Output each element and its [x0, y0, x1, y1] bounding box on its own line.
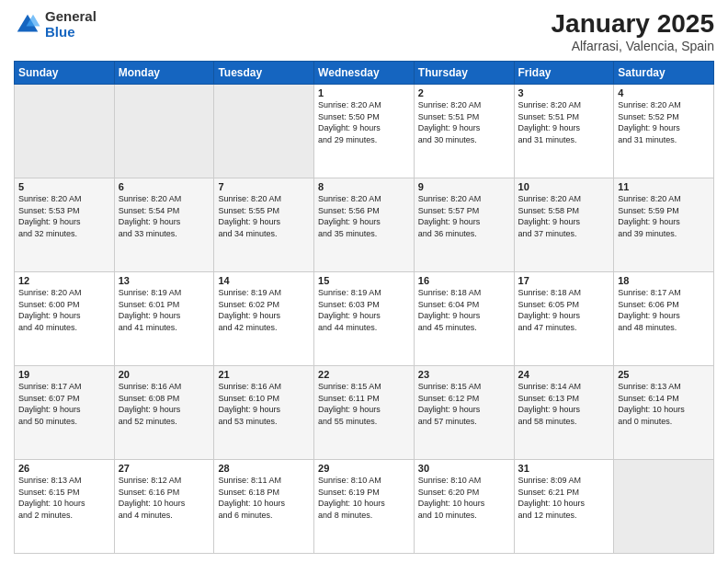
calendar-cell: 26Sunrise: 8:13 AM Sunset: 6:15 PM Dayli…: [15, 460, 115, 554]
calendar-cell: 3Sunrise: 8:20 AM Sunset: 5:51 PM Daylig…: [514, 85, 614, 178]
day-info: Sunrise: 8:17 AM Sunset: 6:06 PM Dayligh…: [618, 287, 710, 333]
day-number: 24: [518, 369, 610, 380]
day-info: Sunrise: 8:09 AM Sunset: 6:21 PM Dayligh…: [518, 475, 610, 521]
day-number: 19: [18, 369, 110, 380]
calendar-cell: 21Sunrise: 8:16 AM Sunset: 6:10 PM Dayli…: [214, 366, 314, 460]
day-info: Sunrise: 8:19 AM Sunset: 6:01 PM Dayligh…: [119, 287, 210, 333]
weekday-header-sunday: Sunday: [15, 62, 115, 85]
calendar-cell: 27Sunrise: 8:12 AM Sunset: 6:16 PM Dayli…: [114, 460, 214, 554]
day-number: 9: [418, 181, 510, 192]
day-number: 1: [318, 87, 410, 98]
weekday-header-monday: Monday: [114, 62, 214, 85]
day-info: Sunrise: 8:13 AM Sunset: 6:15 PM Dayligh…: [18, 475, 110, 521]
day-number: 29: [318, 463, 410, 474]
calendar-cell: 22Sunrise: 8:15 AM Sunset: 6:11 PM Dayli…: [314, 366, 415, 460]
day-number: 26: [18, 463, 110, 474]
logo-blue-text: Blue: [45, 25, 97, 40]
calendar-cell: 30Sunrise: 8:10 AM Sunset: 6:20 PM Dayli…: [414, 460, 514, 554]
day-number: 8: [318, 181, 410, 192]
day-number: 18: [618, 275, 710, 286]
day-number: 27: [119, 463, 210, 474]
day-info: Sunrise: 8:20 AM Sunset: 5:52 PM Dayligh…: [618, 99, 710, 145]
calendar-cell: 12Sunrise: 8:20 AM Sunset: 6:00 PM Dayli…: [15, 272, 115, 366]
logo-icon: [14, 11, 41, 39]
day-info: Sunrise: 8:17 AM Sunset: 6:07 PM Dayligh…: [18, 381, 110, 427]
logo: General Blue: [14, 9, 97, 40]
calendar-week-1: 1Sunrise: 8:20 AM Sunset: 5:50 PM Daylig…: [15, 85, 714, 178]
day-number: 6: [119, 181, 210, 192]
day-number: 25: [618, 369, 710, 380]
day-number: 23: [418, 369, 510, 380]
header: General Blue January 2025 Alfarrasi, Val…: [14, 9, 714, 53]
day-number: 30: [418, 463, 510, 474]
day-info: Sunrise: 8:16 AM Sunset: 6:10 PM Dayligh…: [218, 381, 310, 427]
calendar-cell: 8Sunrise: 8:20 AM Sunset: 5:56 PM Daylig…: [314, 178, 415, 272]
calendar-cell: [114, 85, 214, 178]
calendar-week-3: 12Sunrise: 8:20 AM Sunset: 6:00 PM Dayli…: [15, 272, 714, 366]
page: General Blue January 2025 Alfarrasi, Val…: [0, 0, 728, 563]
day-info: Sunrise: 8:20 AM Sunset: 5:59 PM Dayligh…: [618, 193, 710, 239]
day-info: Sunrise: 8:11 AM Sunset: 6:18 PM Dayligh…: [218, 475, 310, 521]
day-info: Sunrise: 8:18 AM Sunset: 6:05 PM Dayligh…: [518, 287, 610, 333]
day-info: Sunrise: 8:10 AM Sunset: 6:19 PM Dayligh…: [318, 475, 410, 521]
day-info: Sunrise: 8:10 AM Sunset: 6:20 PM Dayligh…: [418, 475, 510, 521]
day-number: 12: [18, 275, 110, 286]
calendar-header-row: SundayMondayTuesdayWednesdayThursdayFrid…: [15, 62, 714, 85]
calendar-week-2: 5Sunrise: 8:20 AM Sunset: 5:53 PM Daylig…: [15, 178, 714, 272]
day-number: 11: [618, 181, 710, 192]
calendar-cell: 23Sunrise: 8:15 AM Sunset: 6:12 PM Dayli…: [414, 366, 514, 460]
calendar-week-4: 19Sunrise: 8:17 AM Sunset: 6:07 PM Dayli…: [15, 366, 714, 460]
calendar-cell: 17Sunrise: 8:18 AM Sunset: 6:05 PM Dayli…: [514, 272, 614, 366]
calendar-cell: 13Sunrise: 8:19 AM Sunset: 6:01 PM Dayli…: [114, 272, 214, 366]
calendar-week-5: 26Sunrise: 8:13 AM Sunset: 6:15 PM Dayli…: [15, 460, 714, 554]
day-info: Sunrise: 8:15 AM Sunset: 6:11 PM Dayligh…: [318, 381, 410, 427]
day-number: 16: [418, 275, 510, 286]
day-number: 3: [518, 87, 610, 98]
day-info: Sunrise: 8:20 AM Sunset: 5:56 PM Dayligh…: [318, 193, 410, 239]
day-info: Sunrise: 8:20 AM Sunset: 6:00 PM Dayligh…: [18, 287, 110, 333]
calendar-cell: 14Sunrise: 8:19 AM Sunset: 6:02 PM Dayli…: [214, 272, 314, 366]
day-number: 15: [318, 275, 410, 286]
day-info: Sunrise: 8:20 AM Sunset: 5:55 PM Dayligh…: [218, 193, 310, 239]
weekday-header-tuesday: Tuesday: [214, 62, 314, 85]
calendar-cell: 4Sunrise: 8:20 AM Sunset: 5:52 PM Daylig…: [614, 85, 714, 178]
day-number: 28: [218, 463, 310, 474]
weekday-header-thursday: Thursday: [414, 62, 514, 85]
day-info: Sunrise: 8:20 AM Sunset: 5:54 PM Dayligh…: [119, 193, 210, 239]
calendar-cell: 5Sunrise: 8:20 AM Sunset: 5:53 PM Daylig…: [15, 178, 115, 272]
calendar-cell: 15Sunrise: 8:19 AM Sunset: 6:03 PM Dayli…: [314, 272, 415, 366]
day-number: 13: [119, 275, 210, 286]
day-number: 31: [518, 463, 610, 474]
calendar-cell: [614, 460, 714, 554]
calendar-cell: 6Sunrise: 8:20 AM Sunset: 5:54 PM Daylig…: [114, 178, 214, 272]
calendar-cell: 28Sunrise: 8:11 AM Sunset: 6:18 PM Dayli…: [214, 460, 314, 554]
calendar-subtitle: Alfarrasi, Valencia, Spain: [552, 39, 714, 53]
day-info: Sunrise: 8:16 AM Sunset: 6:08 PM Dayligh…: [119, 381, 210, 427]
calendar-cell: 24Sunrise: 8:14 AM Sunset: 6:13 PM Dayli…: [514, 366, 614, 460]
logo-text: General Blue: [45, 9, 97, 40]
calendar-cell: 1Sunrise: 8:20 AM Sunset: 5:50 PM Daylig…: [314, 85, 415, 178]
calendar-cell: [214, 85, 314, 178]
day-number: 10: [518, 181, 610, 192]
day-info: Sunrise: 8:19 AM Sunset: 6:03 PM Dayligh…: [318, 287, 410, 333]
logo-general-text: General: [45, 9, 97, 25]
calendar-cell: 25Sunrise: 8:13 AM Sunset: 6:14 PM Dayli…: [614, 366, 714, 460]
day-info: Sunrise: 8:14 AM Sunset: 6:13 PM Dayligh…: [518, 381, 610, 427]
calendar-cell: 10Sunrise: 8:20 AM Sunset: 5:58 PM Dayli…: [514, 178, 614, 272]
day-number: 5: [18, 181, 110, 192]
day-number: 21: [218, 369, 310, 380]
day-info: Sunrise: 8:20 AM Sunset: 5:50 PM Dayligh…: [318, 99, 410, 145]
calendar-cell: 18Sunrise: 8:17 AM Sunset: 6:06 PM Dayli…: [614, 272, 714, 366]
calendar-cell: 7Sunrise: 8:20 AM Sunset: 5:55 PM Daylig…: [214, 178, 314, 272]
day-number: 7: [218, 181, 310, 192]
day-number: 17: [518, 275, 610, 286]
calendar-cell: 16Sunrise: 8:18 AM Sunset: 6:04 PM Dayli…: [414, 272, 514, 366]
day-info: Sunrise: 8:20 AM Sunset: 5:51 PM Dayligh…: [418, 99, 510, 145]
calendar-cell: 20Sunrise: 8:16 AM Sunset: 6:08 PM Dayli…: [114, 366, 214, 460]
weekday-header-saturday: Saturday: [614, 62, 714, 85]
weekday-header-wednesday: Wednesday: [314, 62, 415, 85]
day-info: Sunrise: 8:20 AM Sunset: 5:53 PM Dayligh…: [18, 193, 110, 239]
day-number: 4: [618, 87, 710, 98]
day-number: 22: [318, 369, 410, 380]
day-number: 20: [119, 369, 210, 380]
